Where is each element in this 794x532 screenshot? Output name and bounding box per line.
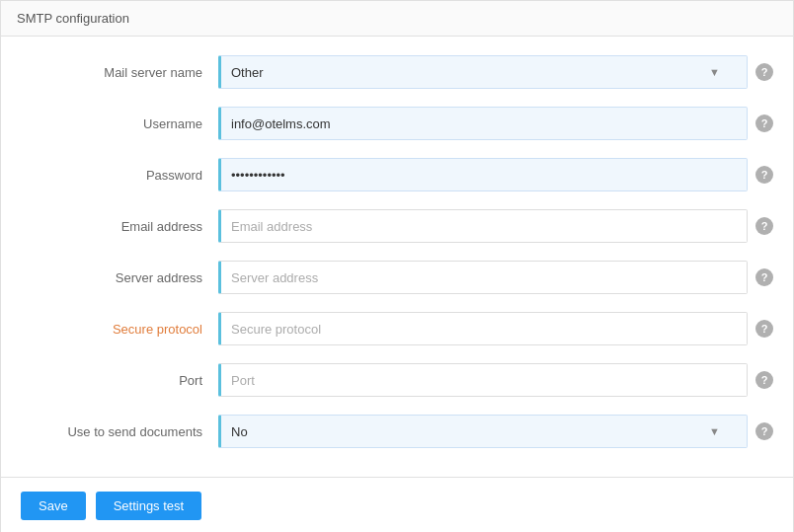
footer-area: Save Settings test	[1, 477, 793, 532]
label-port: Port	[21, 373, 218, 388]
settings-test-button[interactable]: Settings test	[96, 492, 202, 520]
select-use-to-send-documents[interactable]: NoYes	[218, 415, 748, 448]
input-password[interactable]	[218, 158, 748, 191]
select-mail-server-name[interactable]: OtherGmailYahooOutlookCustom	[218, 55, 748, 89]
save-button[interactable]: Save	[21, 492, 86, 520]
input-email-address[interactable]	[218, 209, 748, 243]
smtp-config-page: SMTP configuration Mail server nameOther…	[0, 0, 794, 532]
help-icon-email-address[interactable]: ?	[755, 217, 773, 235]
input-wrapper-server-address	[218, 261, 748, 294]
label-mail-server-name: Mail server name	[21, 65, 218, 80]
form-row-username: Username?	[1, 98, 793, 149]
form-row-password: Password?	[1, 149, 793, 200]
form-area: Mail server nameOtherGmailYahooOutlookCu…	[1, 37, 793, 477]
help-icon-server-address[interactable]: ?	[755, 268, 773, 286]
form-row-secure-protocol: Secure protocol?	[1, 303, 793, 354]
input-server-address[interactable]	[218, 261, 748, 294]
input-port[interactable]	[218, 363, 748, 397]
input-wrapper-username	[218, 107, 748, 140]
label-username: Username	[21, 116, 218, 131]
help-icon-username[interactable]: ?	[755, 114, 773, 132]
section-header: SMTP configuration	[1, 1, 793, 37]
help-icon-port[interactable]: ?	[755, 371, 773, 389]
label-secure-protocol: Secure protocol	[21, 322, 218, 337]
form-row-use-to-send-documents: Use to send documentsNoYes▼?	[1, 406, 793, 457]
input-wrapper-password	[218, 158, 748, 191]
help-icon-use-to-send-documents[interactable]: ?	[755, 422, 773, 440]
label-use-to-send-documents: Use to send documents	[21, 424, 218, 439]
input-username[interactable]	[218, 107, 748, 140]
input-wrapper-email-address	[218, 209, 748, 243]
label-password: Password	[21, 168, 218, 183]
input-wrapper-port	[218, 363, 748, 397]
form-row-email-address: Email address?	[1, 200, 793, 252]
help-icon-secure-protocol[interactable]: ?	[755, 320, 773, 338]
form-row-mail-server-name: Mail server nameOtherGmailYahooOutlookCu…	[1, 46, 793, 98]
label-email-address: Email address	[21, 219, 218, 234]
input-wrapper-secure-protocol	[218, 312, 748, 345]
help-icon-mail-server-name[interactable]: ?	[755, 63, 773, 81]
input-wrapper-use-to-send-documents: NoYes▼	[218, 415, 748, 448]
form-row-server-address: Server address?	[1, 252, 793, 303]
label-server-address: Server address	[21, 270, 218, 285]
help-icon-password[interactable]: ?	[755, 166, 773, 184]
input-wrapper-mail-server-name: OtherGmailYahooOutlookCustom▼	[218, 55, 748, 89]
form-row-port: Port?	[1, 354, 793, 406]
input-secure-protocol[interactable]	[218, 312, 748, 345]
section-title: SMTP configuration	[17, 11, 129, 26]
